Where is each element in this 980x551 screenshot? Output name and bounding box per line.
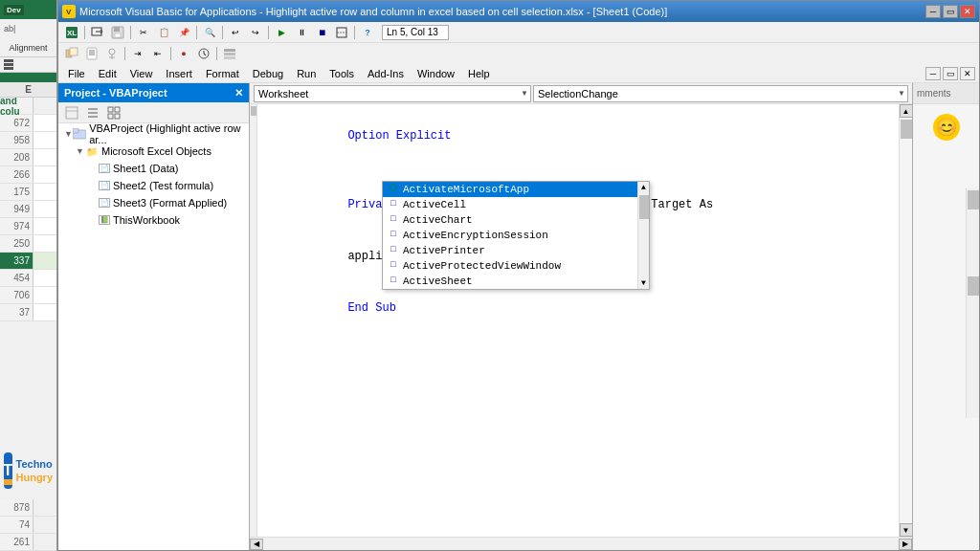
menu-run[interactable]: Run [291, 65, 322, 82]
menu-minimize-btn[interactable]: ─ [925, 67, 941, 80]
menu-insert[interactable]: Insert [160, 65, 198, 82]
ac-item-5[interactable]: □ ActiveProtectedViewWindow [383, 258, 649, 274]
tree-item-thisworkbook[interactable]: 📗 ThisWorkbook [60, 211, 247, 229]
row-label: 706 [0, 287, 33, 303]
toolbar-btn-outdent[interactable]: ⇤ [148, 45, 167, 62]
autocomplete-dropdown[interactable]: ⬡ ActivateMicrosoftApp □ ActiveCell □ Ac… [382, 181, 650, 290]
toolbar-btn-run[interactable]: ▶ [272, 24, 291, 41]
menu-help[interactable]: Help [462, 65, 496, 82]
toolbar-btn-copy[interactable]: 📋 [154, 24, 173, 41]
ac-icon-3: □ [387, 230, 400, 241]
toolbar-btn-watch[interactable] [194, 45, 213, 62]
tree-item-root[interactable]: ▼ VBAProject (Highlight active row ar... [60, 125, 247, 143]
table-row: 208 [0, 149, 56, 166]
menu-addins[interactable]: Add-Ins [362, 65, 410, 82]
tree-item-sheet1[interactable]: 📄 Sheet1 (Data) [60, 160, 247, 177]
scroll-left-btn[interactable]: ◀ [250, 539, 263, 550]
toolbar-btn-indent[interactable]: ⇥ [128, 45, 147, 62]
toolbar-btn-breakpoint[interactable]: ● [174, 45, 193, 62]
toolbar-btn-help[interactable]: ? [358, 24, 377, 41]
code-scrollbar-right[interactable]: ▲ ▼ [899, 104, 912, 537]
toolbar-btn-design[interactable] [332, 24, 351, 41]
toolbar-btn-explorer[interactable] [102, 45, 122, 62]
menu-tools[interactable]: Tools [323, 65, 360, 82]
toolbar-btn-cut[interactable]: ✂ [134, 24, 153, 41]
excel-strip: Dev ab| Alignment E and colu 672 958 [0, 0, 57, 551]
minimize-button[interactable]: ─ [925, 5, 941, 18]
cell-value [33, 235, 56, 252]
toolbar-btn-find[interactable]: 🔍 [200, 24, 219, 41]
separator [84, 26, 85, 39]
excel-objects-label: Microsoft Excel Objects [101, 145, 212, 157]
svg-rect-24 [224, 53, 235, 55]
ac-item-4[interactable]: □ ActivePrinter [383, 243, 649, 258]
panel-toolbar [58, 102, 249, 123]
svg-rect-23 [224, 49, 235, 52]
ac-item-2[interactable]: □ ActiveChart [383, 212, 649, 228]
window-controls[interactable]: ─ ▭ ✕ [925, 5, 975, 18]
tree-item-sheet2[interactable]: 📄 Sheet2 (Test formula) [60, 177, 247, 194]
menu-view[interactable]: View [124, 65, 159, 82]
svg-rect-33 [108, 114, 113, 119]
cell-value [33, 270, 56, 286]
menu-window[interactable]: Window [412, 65, 460, 82]
sheet1-label: Sheet1 (Data) [113, 163, 178, 174]
toolbar-btn-save[interactable] [108, 24, 127, 41]
panel-btn-toggle[interactable] [62, 104, 81, 121]
menu-debug[interactable]: Debug [247, 65, 289, 82]
thisworkbook-icon: 📗 [99, 215, 110, 225]
toolbar-btn-pause[interactable]: ⏸ [292, 24, 311, 41]
toolbar-btn-stop[interactable]: ⏹ [312, 24, 331, 41]
menu-format[interactable]: Format [200, 65, 245, 82]
row-label: 672 [0, 115, 33, 131]
close-button[interactable]: ✕ [960, 5, 975, 18]
ac-scrollbar[interactable]: ▲ ▼ [637, 182, 649, 289]
scroll-right-btn[interactable]: ▶ [899, 539, 912, 550]
ac-item-label-2: ActiveChart [403, 212, 473, 229]
thisworkbook-label: ThisWorkbook [113, 214, 180, 226]
object-dropdown[interactable]: Worksheet [254, 85, 531, 102]
table-row: 958 [0, 132, 56, 149]
ac-item-3[interactable]: □ ActiveEncryptionSession [383, 228, 649, 243]
code-line-1: Option Explicit [265, 110, 891, 162]
sheet3-label: Sheet3 (Format Applied) [113, 197, 227, 209]
scroll-up-btn[interactable]: ▲ [900, 104, 913, 118]
restore-button[interactable]: ▭ [943, 5, 958, 18]
toolbar-btn-insert[interactable] [88, 24, 107, 41]
tree-item-sheet3[interactable]: 📄 Sheet3 (Format Applied) [60, 194, 247, 211]
ac-scroll-down-btn[interactable]: ▼ [641, 277, 646, 289]
right-panel-scrollbar[interactable] [966, 275, 979, 418]
toolbar-btn-callstack[interactable] [220, 45, 239, 62]
toolbar-btn-undo[interactable]: ↩ [226, 24, 245, 41]
cell-value [33, 132, 56, 148]
svg-text:XL: XL [67, 29, 77, 37]
project-tree: ▼ VBAProject (Highlight active row ar...… [58, 123, 249, 550]
toolbar-btn-project[interactable] [62, 45, 81, 62]
toolbar-btn-props[interactable] [82, 45, 101, 62]
code-editor[interactable]: Option Explicit Private Sub Worksheet_Se… [257, 104, 899, 537]
cell-value-highlight [33, 253, 56, 269]
separator [354, 26, 355, 39]
panel-btn-grid[interactable] [104, 104, 123, 121]
ac-item-1[interactable]: □ ActiveCell [383, 197, 649, 212]
ac-scroll-up-btn[interactable]: ▲ [641, 182, 646, 193]
logo-area: T Techno Hungry [0, 442, 56, 499]
menu-edit[interactable]: Edit [93, 65, 122, 82]
toolbar-btn-paste[interactable]: 📌 [174, 24, 193, 41]
cell-value [33, 304, 56, 320]
ac-item-0[interactable]: ⬡ ActivateMicrosoftApp [383, 182, 649, 197]
panel-close-icon[interactable]: ✕ [234, 87, 243, 99]
row-label: 958 [0, 132, 33, 148]
panel-btn-list[interactable] [83, 104, 102, 121]
menu-close-btn[interactable]: ✕ [960, 67, 975, 80]
svg-rect-10 [115, 33, 121, 37]
cell-value [33, 184, 56, 200]
menu-file[interactable]: File [62, 65, 91, 82]
procedure-dropdown[interactable]: SelectionChange [533, 85, 908, 102]
code-scrollbar-bottom[interactable]: ◀ ▶ [250, 537, 912, 550]
ac-item-6[interactable]: □ ActiveSheet [383, 274, 649, 289]
toolbar-btn-redo[interactable]: ↪ [246, 24, 265, 41]
menu-restore-btn[interactable]: ▭ [943, 67, 958, 80]
toolbar-btn-file[interactable]: XL [62, 24, 81, 41]
scroll-down-btn[interactable]: ▼ [900, 523, 913, 537]
